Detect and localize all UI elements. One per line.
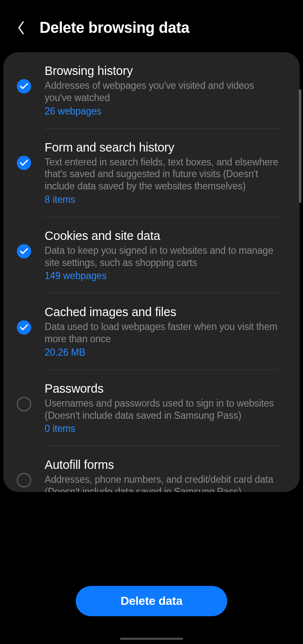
- checkbox-wrap: [17, 458, 31, 487]
- delete-data-button[interactable]: Delete data: [76, 586, 227, 616]
- item-desc: Data used to load webpages faster when y…: [45, 321, 283, 345]
- item-desc: Text entered in search fields, text boxe…: [45, 156, 283, 192]
- list-item-form-search-history[interactable]: Form and search history Text entered in …: [3, 129, 300, 217]
- page-title: Delete browsing data: [40, 19, 189, 37]
- nav-indicator[interactable]: [120, 638, 183, 640]
- back-icon[interactable]: [15, 22, 27, 34]
- item-title: Cached images and files: [45, 305, 283, 319]
- delete-button-label: Delete data: [120, 594, 182, 608]
- checkbox-wrap: [17, 382, 31, 411]
- item-desc: Addresses, phone numbers, and credit/deb…: [45, 474, 283, 492]
- checkbox-wrap: [17, 141, 31, 170]
- item-count: 8 items: [45, 194, 283, 205]
- item-content: Passwords Usernames and passwords used t…: [45, 382, 291, 435]
- item-count: 0 items: [45, 423, 283, 434]
- checkbox-cookies-site-data[interactable]: [17, 244, 31, 258]
- item-title: Cookies and site data: [45, 229, 283, 243]
- list-item-cached-images-files[interactable]: Cached images and files Data used to loa…: [3, 293, 300, 370]
- item-desc: Usernames and passwords used to sign in …: [45, 397, 283, 422]
- list-item-browsing-history[interactable]: Browsing history Addresses of webpages y…: [3, 52, 300, 129]
- checkbox-wrap: [17, 305, 31, 335]
- item-content: Autofill forms Addresses, phone numbers,…: [45, 458, 291, 492]
- item-title: Browsing history: [45, 64, 283, 78]
- item-count: 149 webpages: [45, 270, 283, 282]
- item-content: Form and search history Text entered in …: [45, 141, 291, 205]
- item-title: Form and search history: [45, 141, 283, 154]
- scrollbar[interactable]: [299, 89, 301, 203]
- item-title: Autofill forms: [45, 458, 283, 472]
- item-desc: Data to keep you signed in to websites a…: [45, 245, 283, 269]
- data-list-panel: Browsing history Addresses of webpages y…: [3, 52, 300, 492]
- item-content: Browsing history Addresses of webpages y…: [45, 64, 291, 117]
- checkbox-passwords[interactable]: [17, 397, 31, 411]
- list-item-autofill-forms[interactable]: Autofill forms Addresses, phone numbers,…: [3, 446, 300, 492]
- item-desc: Addresses of webpages you've visited and…: [45, 80, 283, 104]
- item-content: Cookies and site data Data to keep you s…: [45, 229, 291, 282]
- item-count: 20.26 MB: [45, 347, 283, 358]
- checkbox-browsing-history[interactable]: [17, 79, 31, 93]
- page-header: Delete browsing data: [0, 0, 303, 47]
- checkbox-wrap: [17, 64, 31, 93]
- item-title: Passwords: [45, 382, 283, 396]
- item-content: Cached images and files Data used to loa…: [45, 305, 291, 358]
- checkbox-cached-images-files[interactable]: [17, 320, 31, 335]
- list-item-cookies-site-data[interactable]: Cookies and site data Data to keep you s…: [3, 217, 300, 294]
- checkbox-wrap: [17, 229, 31, 258]
- checkbox-autofill-forms[interactable]: [17, 473, 31, 487]
- item-count: 26 webpages: [45, 106, 283, 117]
- checkbox-form-search-history[interactable]: [17, 156, 31, 170]
- list-item-passwords[interactable]: Passwords Usernames and passwords used t…: [3, 370, 300, 447]
